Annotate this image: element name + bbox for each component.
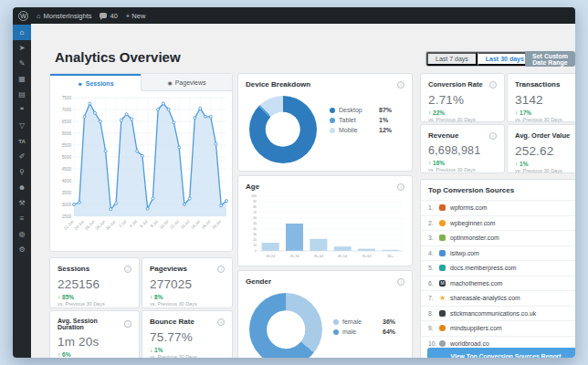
svg-text:6 Jul: 6 Jul: [139, 219, 148, 228]
source-domain: shareasale-analytics.com: [450, 295, 575, 301]
info-icon[interactable]: i: [217, 266, 225, 273]
stat-change-pct: 85%: [62, 294, 74, 300]
stat-change-pct: 16%: [433, 160, 445, 166]
source-row[interactable]: 9.mindsuppliers.com∨: [421, 320, 575, 336]
source-row[interactable]: 3.optinmonster.com∨: [421, 230, 575, 245]
sidebar-item-plugins[interactable]: ⚲: [13, 164, 31, 180]
stat-value: 277025: [142, 276, 232, 293]
sidebar-item-monsterinsights[interactable]: ➤: [13, 40, 31, 56]
info-icon[interactable]: i: [489, 132, 497, 140]
trend-up-icon: ↑: [515, 161, 518, 167]
sidebar-item-media[interactable]: ▦: [13, 71, 31, 87]
svg-text:25-34: 25-34: [289, 254, 299, 258]
age-card: Agei 010203040506070809010018-2425-3435-…: [237, 175, 413, 266]
info-icon[interactable]: i: [397, 278, 404, 286]
info-icon[interactable]: i: [124, 266, 131, 273]
info-icon[interactable]: i: [397, 81, 404, 89]
svg-text:40: 40: [253, 227, 257, 231]
source-rank: 2.: [428, 220, 439, 226]
favicon-icon: [439, 220, 446, 226]
sidebar-item-analytics[interactable]: ◍: [13, 226, 31, 242]
sessions-line-chart: 2500300035004000450050005500600065007000…: [50, 91, 232, 250]
avg-order-value-card: Avg. Order Valuei 252.62 ↑ 1% vs. Previo…: [507, 124, 575, 173]
svg-text:100: 100: [251, 194, 257, 198]
view-report-button[interactable]: View Top Conversion Sources Report: [427, 348, 575, 358]
svg-text:65+: 65+: [387, 254, 394, 258]
sidebar-item-forms[interactable]: ▽: [13, 118, 31, 133]
info-icon[interactable]: i: [217, 318, 225, 326]
sidebar-item-tools[interactable]: ⚒: [13, 195, 31, 211]
dashboard-icon: ⌂: [20, 29, 25, 36]
source-row[interactable]: 7.★shareasale-analytics.com∨: [421, 290, 575, 306]
legend-dot-icon: [330, 108, 335, 113]
sidebar-item-settings-sliders[interactable]: ≡: [13, 211, 31, 226]
source-rank: 8.: [428, 310, 439, 317]
info-icon[interactable]: i: [489, 81, 497, 89]
legend-dot-icon: [330, 118, 335, 123]
stat-vs: vs. Previous 30 Days: [142, 300, 232, 307]
source-domain: optinmonster.com: [450, 235, 575, 241]
settings-gear-icon: ⚙: [18, 246, 25, 254]
sidebar-item-appearance[interactable]: ✐: [13, 149, 31, 164]
stat-change-pct: 17%: [520, 110, 531, 116]
source-rank: 4.: [428, 250, 439, 256]
media-icon: ▦: [18, 76, 26, 83]
person-icon: ☻: [77, 81, 82, 87]
source-row[interactable]: 5.docs.memberpress.com∨: [421, 260, 575, 276]
chart-tabbar: ☻ Sessions ◉ Pageviews: [50, 74, 232, 91]
svg-text:28 Jun: 28 Jun: [94, 219, 106, 231]
stat-change: ↓ 1%: [142, 346, 232, 353]
stat-change-pct: 6%: [62, 351, 70, 358]
posts-icon: ✎: [19, 60, 26, 68]
sessions-stat-card: Sessionsi 225156 ↑ 85% vs. Previous 30 D…: [49, 257, 140, 308]
svg-text:90: 90: [253, 200, 257, 203]
sidebar-item-settings-gear[interactable]: ⚙: [13, 242, 31, 257]
svg-text:3000: 3000: [62, 203, 72, 207]
favicon-icon: [439, 265, 446, 271]
browser-window: W ⌂ MonsterInsights 40 + New ⌂➤✎▦▤❝▽TA✐⚲…: [13, 7, 575, 358]
sidebar-item-comments[interactable]: ❝: [13, 102, 31, 118]
sidebar-item-posts[interactable]: ✎: [13, 56, 31, 71]
wordpress-logo-icon[interactable]: W: [18, 11, 28, 21]
source-domain: worldbroad.co: [450, 340, 575, 347]
source-row[interactable]: 6.Mmachothemes.com∨: [421, 276, 575, 291]
last-7-days-button[interactable]: Last 7 days: [426, 52, 478, 66]
stat-value: 6,698,981: [421, 143, 504, 159]
info-icon[interactable]: i: [124, 320, 131, 328]
sidebar-item-users[interactable]: ☻: [13, 180, 31, 195]
favicon-icon: [439, 325, 446, 331]
legend-label: Desktop: [339, 107, 379, 113]
sidebar-item-ta-plugin[interactable]: TA: [13, 133, 31, 149]
age-bar-chart: 010203040506070809010018-2425-3435-4445-…: [244, 193, 408, 266]
sidebar-item-pages[interactable]: ▤: [13, 87, 31, 102]
stat-change: ↑ 8%: [142, 293, 232, 300]
source-rank: 7.: [428, 295, 439, 301]
source-row[interactable]: 4.isitwp.com∨: [421, 245, 575, 261]
new-menu[interactable]: + New: [126, 12, 145, 20]
source-row[interactable]: 2.wpbeginner.com∨: [421, 215, 575, 231]
tab-pageviews[interactable]: ◉ Pageviews: [141, 74, 232, 91]
favicon-icon: [439, 250, 446, 256]
legend-value: 12%: [379, 127, 392, 133]
main-content: Analytics Overview Last 7 days Last 30 d…: [31, 24, 575, 358]
site-menu[interactable]: ⌂ MonsterInsights: [37, 12, 91, 20]
source-row[interactable]: 8.stickmancommunications.co.uk∨: [421, 306, 575, 321]
svg-text:60: 60: [253, 216, 257, 220]
tools-icon: ⚒: [18, 200, 25, 207]
info-icon[interactable]: i: [397, 183, 404, 191]
source-domain: stickmancommunications.co.uk: [450, 310, 575, 317]
tab-sessions[interactable]: ☻ Sessions: [50, 74, 141, 91]
gender-donut-chart: [249, 293, 322, 358]
svg-text:18 Jul: 18 Jul: [201, 219, 212, 230]
stat-change: ↑ 1%: [508, 160, 575, 167]
revenue-card: Revenuei 6,698,981 ↑ 16% vs. Previous 30…: [420, 124, 505, 173]
sidebar-item-dashboard[interactable]: ⌂: [13, 25, 31, 40]
trend-up-icon: ↑: [428, 110, 431, 116]
source-domain: isitwp.com: [450, 250, 575, 256]
svg-text:4 Jul: 4 Jul: [129, 219, 138, 228]
set-custom-date-range-button[interactable]: Set Custom Date Range: [525, 51, 575, 67]
comments-menu[interactable]: 40: [100, 12, 117, 20]
source-row[interactable]: 1.wpforms.com∨: [421, 200, 575, 215]
pageviews-stat-card: Pageviewsi 277025 ↑ 8% vs. Previous 30 D…: [142, 257, 233, 308]
source-domain: wpforms.com: [450, 204, 575, 211]
